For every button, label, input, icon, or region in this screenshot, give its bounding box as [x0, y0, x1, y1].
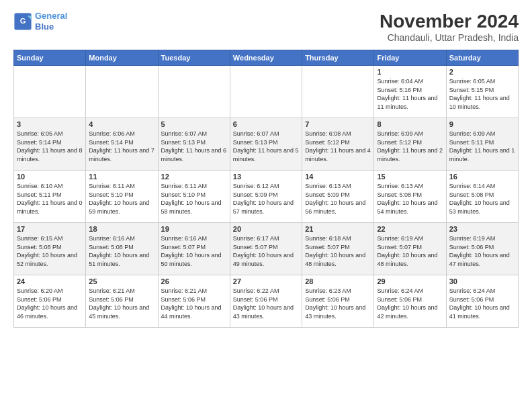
day-cell: 9Sunrise: 6:09 AM Sunset: 5:11 PM Daylig…	[446, 118, 518, 171]
logo-text: General Blue	[35, 11, 67, 32]
day-cell: 15Sunrise: 6:13 AM Sunset: 5:08 PM Dayli…	[374, 171, 446, 223]
day-number: 18	[89, 225, 154, 233]
day-cell: 20Sunrise: 6:17 AM Sunset: 5:07 PM Dayli…	[230, 223, 302, 275]
day-info: Sunrise: 6:14 AM Sunset: 5:08 PM Dayligh…	[449, 182, 515, 216]
header-saturday: Saturday	[446, 50, 518, 66]
day-number: 19	[161, 225, 227, 233]
day-number: 23	[449, 225, 515, 233]
day-number: 9	[449, 120, 515, 128]
month-title: November 2024	[380, 11, 519, 32]
calendar-table: Sunday Monday Tuesday Wednesday Thursday…	[13, 50, 519, 328]
week-row-3: 17Sunrise: 6:15 AM Sunset: 5:08 PM Dayli…	[14, 223, 519, 275]
day-cell: 22Sunrise: 6:19 AM Sunset: 5:07 PM Dayli…	[374, 223, 446, 275]
day-info: Sunrise: 6:21 AM Sunset: 5:06 PM Dayligh…	[161, 287, 227, 320]
day-cell	[302, 66, 374, 118]
day-number: 3	[17, 120, 83, 128]
day-info: Sunrise: 6:15 AM Sunset: 5:08 PM Dayligh…	[17, 234, 83, 268]
day-cell: 14Sunrise: 6:13 AM Sunset: 5:09 PM Dayli…	[302, 171, 374, 223]
day-cell: 5Sunrise: 6:07 AM Sunset: 5:13 PM Daylig…	[158, 118, 230, 171]
day-info: Sunrise: 6:05 AM Sunset: 5:14 PM Dayligh…	[17, 130, 83, 163]
day-info: Sunrise: 6:06 AM Sunset: 5:14 PM Dayligh…	[89, 130, 154, 163]
day-number: 22	[377, 225, 443, 233]
day-info: Sunrise: 6:20 AM Sunset: 5:06 PM Dayligh…	[17, 287, 83, 320]
day-cell: 18Sunrise: 6:16 AM Sunset: 5:08 PM Dayli…	[86, 223, 158, 275]
header-row: Sunday Monday Tuesday Wednesday Thursday…	[14, 50, 519, 66]
day-number: 10	[17, 173, 83, 181]
day-number: 24	[17, 277, 83, 285]
day-cell: 25Sunrise: 6:21 AM Sunset: 5:06 PM Dayli…	[86, 275, 158, 328]
day-number: 5	[161, 120, 227, 128]
calendar-container: G General Blue November 2024 Chandauli, …	[0, 0, 532, 411]
day-cell: 30Sunrise: 6:24 AM Sunset: 5:06 PM Dayli…	[446, 275, 518, 328]
title-block: November 2024 Chandauli, Uttar Pradesh, …	[380, 11, 519, 43]
day-info: Sunrise: 6:16 AM Sunset: 5:08 PM Dayligh…	[89, 234, 154, 268]
day-cell: 27Sunrise: 6:22 AM Sunset: 5:06 PM Dayli…	[230, 275, 302, 328]
week-row-2: 10Sunrise: 6:10 AM Sunset: 5:11 PM Dayli…	[14, 171, 519, 223]
day-cell: 10Sunrise: 6:10 AM Sunset: 5:11 PM Dayli…	[14, 171, 86, 223]
header-sunday: Sunday	[14, 50, 86, 66]
day-cell: 17Sunrise: 6:15 AM Sunset: 5:08 PM Dayli…	[14, 223, 86, 275]
day-cell: 2Sunrise: 6:05 AM Sunset: 5:15 PM Daylig…	[446, 66, 518, 118]
day-info: Sunrise: 6:13 AM Sunset: 5:08 PM Dayligh…	[377, 182, 443, 216]
day-info: Sunrise: 6:24 AM Sunset: 5:06 PM Dayligh…	[449, 287, 515, 320]
day-info: Sunrise: 6:08 AM Sunset: 5:12 PM Dayligh…	[305, 130, 371, 163]
day-cell: 24Sunrise: 6:20 AM Sunset: 5:06 PM Dayli…	[14, 275, 86, 328]
day-info: Sunrise: 6:17 AM Sunset: 5:07 PM Dayligh…	[233, 234, 299, 268]
week-row-1: 3Sunrise: 6:05 AM Sunset: 5:14 PM Daylig…	[14, 118, 519, 171]
day-cell: 12Sunrise: 6:11 AM Sunset: 5:10 PM Dayli…	[158, 171, 230, 223]
day-number: 16	[449, 173, 515, 181]
day-number: 28	[305, 277, 371, 285]
day-number: 14	[305, 173, 371, 181]
day-number: 20	[233, 225, 299, 233]
day-info: Sunrise: 6:11 AM Sunset: 5:10 PM Dayligh…	[161, 182, 227, 216]
header-monday: Monday	[86, 50, 158, 66]
day-number: 27	[233, 277, 299, 285]
day-info: Sunrise: 6:09 AM Sunset: 5:12 PM Dayligh…	[377, 130, 443, 163]
day-info: Sunrise: 6:05 AM Sunset: 5:15 PM Dayligh…	[449, 77, 515, 111]
calendar-header: Sunday Monday Tuesday Wednesday Thursday…	[14, 50, 519, 66]
logo-icon: G	[13, 12, 32, 31]
day-info: Sunrise: 6:12 AM Sunset: 5:09 PM Dayligh…	[233, 182, 299, 216]
day-info: Sunrise: 6:07 AM Sunset: 5:13 PM Dayligh…	[161, 130, 227, 163]
day-number: 25	[89, 277, 154, 285]
day-cell: 13Sunrise: 6:12 AM Sunset: 5:09 PM Dayli…	[230, 171, 302, 223]
day-cell: 28Sunrise: 6:23 AM Sunset: 5:06 PM Dayli…	[302, 275, 374, 328]
day-number: 2	[449, 68, 515, 76]
week-row-4: 24Sunrise: 6:20 AM Sunset: 5:06 PM Dayli…	[14, 275, 519, 328]
day-number: 4	[89, 120, 154, 128]
day-number: 1	[377, 68, 443, 76]
day-info: Sunrise: 6:22 AM Sunset: 5:06 PM Dayligh…	[233, 287, 299, 320]
header-thursday: Thursday	[302, 50, 374, 66]
day-info: Sunrise: 6:24 AM Sunset: 5:06 PM Dayligh…	[377, 287, 443, 320]
logo: G General Blue	[13, 11, 67, 32]
day-cell: 1Sunrise: 6:04 AM Sunset: 5:16 PM Daylig…	[374, 66, 446, 118]
day-cell	[158, 66, 230, 118]
day-info: Sunrise: 6:10 AM Sunset: 5:11 PM Dayligh…	[17, 182, 83, 216]
day-cell	[86, 66, 158, 118]
day-cell: 8Sunrise: 6:09 AM Sunset: 5:12 PM Daylig…	[374, 118, 446, 171]
day-cell: 26Sunrise: 6:21 AM Sunset: 5:06 PM Dayli…	[158, 275, 230, 328]
day-cell: 6Sunrise: 6:07 AM Sunset: 5:13 PM Daylig…	[230, 118, 302, 171]
day-number: 7	[305, 120, 371, 128]
day-cell: 23Sunrise: 6:19 AM Sunset: 5:06 PM Dayli…	[446, 223, 518, 275]
day-number: 13	[233, 173, 299, 181]
day-cell	[230, 66, 302, 118]
day-info: Sunrise: 6:16 AM Sunset: 5:07 PM Dayligh…	[161, 234, 227, 268]
day-number: 26	[161, 277, 227, 285]
day-info: Sunrise: 6:19 AM Sunset: 5:06 PM Dayligh…	[449, 234, 515, 268]
day-number: 29	[377, 277, 443, 285]
day-number: 6	[233, 120, 299, 128]
day-number: 12	[161, 173, 227, 181]
day-number: 11	[89, 173, 154, 181]
header: G General Blue November 2024 Chandauli, …	[13, 11, 519, 43]
day-info: Sunrise: 6:18 AM Sunset: 5:07 PM Dayligh…	[305, 234, 371, 268]
day-info: Sunrise: 6:23 AM Sunset: 5:06 PM Dayligh…	[305, 287, 371, 320]
svg-text:G: G	[20, 16, 26, 24]
day-number: 30	[449, 277, 515, 285]
day-cell: 19Sunrise: 6:16 AM Sunset: 5:07 PM Dayli…	[158, 223, 230, 275]
day-info: Sunrise: 6:09 AM Sunset: 5:11 PM Dayligh…	[449, 130, 515, 163]
day-number: 8	[377, 120, 443, 128]
header-tuesday: Tuesday	[158, 50, 230, 66]
day-info: Sunrise: 6:07 AM Sunset: 5:13 PM Dayligh…	[233, 130, 299, 163]
day-cell: 21Sunrise: 6:18 AM Sunset: 5:07 PM Dayli…	[302, 223, 374, 275]
